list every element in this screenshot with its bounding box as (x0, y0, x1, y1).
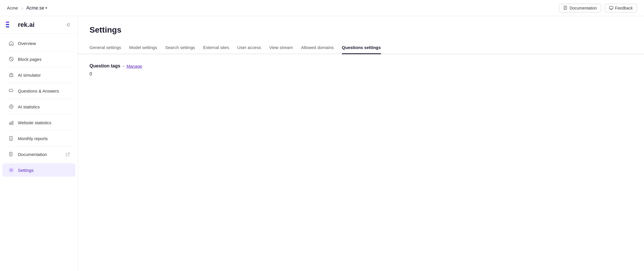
breadcrumb-org[interactable]: Acme (7, 5, 18, 10)
documentation-button-label: Documentation (569, 6, 597, 10)
sidebar-item-documentation[interactable]: Documentation (2, 148, 75, 161)
divider-4 (5, 99, 73, 99)
svg-point-13 (10, 75, 11, 76)
settings-gear-icon (8, 167, 14, 173)
sidebar-item-settings[interactable]: Settings (2, 163, 75, 177)
question-tags-section: Question tags - Manage 0 (90, 63, 632, 77)
doc-nav-icon (8, 151, 14, 157)
sidebar-item-block-pages[interactable]: Block pages (2, 52, 75, 66)
tab-view-stream[interactable]: View stream (269, 42, 293, 54)
sidebar-item-settings-label: Settings (18, 168, 33, 173)
svg-point-34 (11, 170, 12, 171)
tab-model-settings[interactable]: Model settings (129, 42, 157, 54)
tab-general-settings[interactable]: General settings (90, 42, 121, 54)
logo-icon (6, 22, 15, 28)
svg-rect-5 (6, 24, 9, 25)
sidebar-item-website-statistics-label: Website statistics (18, 120, 51, 125)
tab-external-sites[interactable]: External sites (203, 42, 229, 54)
doc-icon (563, 6, 568, 10)
divider-7 (5, 146, 73, 146)
settings-content: Question tags - Manage 0 (78, 54, 644, 271)
sidebar-item-qa-label: Questions & Answers (18, 89, 59, 93)
svg-rect-6 (6, 22, 9, 23)
sidebar-item-overview[interactable]: Overview (2, 37, 75, 50)
svg-line-10 (10, 58, 13, 61)
svg-rect-22 (9, 123, 10, 125)
svg-point-14 (12, 75, 12, 76)
tab-user-access[interactable]: User access (237, 42, 261, 54)
svg-rect-11 (10, 74, 13, 77)
sidebar-item-ai-simulator[interactable]: AI simulator (2, 68, 75, 82)
sidebar-nav: Overview Block pages (0, 34, 78, 271)
gear-chart-icon (8, 103, 14, 110)
divider-6 (5, 130, 73, 131)
tab-search-settings[interactable]: Search settings (165, 42, 195, 54)
cloud-icon (8, 88, 14, 94)
sidebar-collapse-button[interactable] (64, 21, 72, 29)
topbar: Acme › Acme.se ▾ Documentation Feedback (0, 0, 644, 16)
sidebar-item-monthly-reports[interactable]: Monthly reports (2, 132, 75, 145)
sidebar-item-ai-statistics[interactable]: AI statistics (2, 100, 75, 113)
svg-rect-24 (12, 121, 14, 125)
home-icon (8, 40, 14, 46)
divider-2 (5, 67, 73, 67)
breadcrumb-site-label: Acme.se (26, 5, 44, 11)
breadcrumb: Acme › Acme.se ▾ (7, 5, 47, 11)
page-title: Settings (90, 25, 632, 35)
svg-point-17 (11, 106, 12, 107)
sidebar-item-ai-simulator-label: AI simulator (18, 73, 41, 78)
feedback-icon (609, 6, 613, 10)
sidebar-logo-area: rek.ai (0, 16, 78, 34)
chevron-down-icon: ▾ (45, 6, 47, 10)
divider-3 (5, 83, 73, 83)
svg-rect-25 (10, 136, 12, 140)
svg-rect-23 (11, 122, 12, 125)
breadcrumb-sep: › (21, 6, 23, 10)
block-icon (8, 56, 14, 62)
divider-8 (5, 162, 73, 162)
divider-5 (5, 114, 73, 115)
svg-rect-7 (6, 26, 9, 27)
bar-chart-icon (8, 119, 14, 126)
tab-allowed-domains[interactable]: Allowed domains (301, 42, 334, 54)
external-link-icon (66, 153, 70, 156)
manage-link[interactable]: Manage (126, 64, 142, 69)
sidebar: rek.ai Overview (0, 16, 78, 271)
svg-line-33 (68, 153, 69, 155)
settings-tabs: General settings Model settings Search s… (78, 42, 644, 54)
sidebar-item-ai-statistics-label: AI statistics (18, 104, 40, 109)
tab-questions-settings[interactable]: Questions settings (342, 42, 381, 54)
main-content: Settings General settings Model settings… (78, 16, 644, 271)
documentation-button[interactable]: Documentation (559, 4, 601, 12)
robot-icon (8, 72, 14, 78)
sidebar-item-block-pages-label: Block pages (18, 57, 42, 62)
svg-rect-12 (10, 73, 12, 74)
main-header: Settings (78, 16, 644, 42)
question-tags-count: 0 (90, 71, 632, 77)
divider-1 (5, 51, 73, 51)
sidebar-item-overview-label: Overview (18, 41, 36, 46)
feedback-button[interactable]: Feedback (605, 4, 637, 12)
sidebar-item-monthly-reports-label: Monthly reports (18, 136, 48, 141)
sidebar-item-website-statistics[interactable]: Website statistics (2, 116, 75, 129)
question-tags-label: Question tags (90, 63, 120, 69)
topbar-actions: Documentation Feedback (559, 4, 637, 12)
svg-rect-4 (609, 6, 613, 9)
question-tags-header: Question tags - Manage (90, 63, 632, 69)
question-tags-separator: - (123, 63, 124, 69)
sidebar-item-documentation-label: Documentation (18, 152, 47, 157)
feedback-button-label: Feedback (615, 6, 633, 10)
breadcrumb-site[interactable]: Acme.se ▾ (26, 5, 47, 11)
file-bar-icon (8, 135, 14, 142)
sidebar-item-questions-answers[interactable]: Questions & Answers (2, 84, 75, 97)
logo-text: rek.ai (18, 21, 35, 29)
